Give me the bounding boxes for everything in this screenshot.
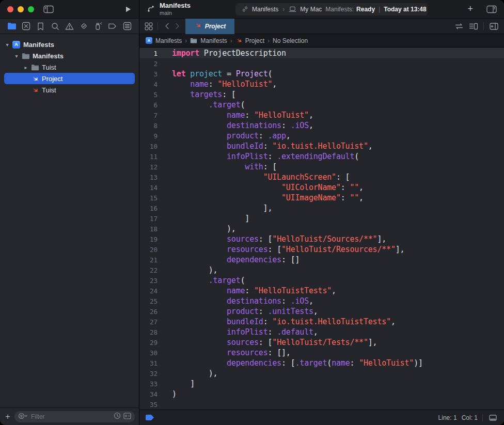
code-line-21[interactable]: 21 dependencies: [] — [139, 255, 504, 265]
line-number[interactable]: 6 — [139, 101, 163, 109]
line-number[interactable]: 26 — [139, 308, 163, 316]
line-number[interactable]: 17 — [139, 215, 163, 223]
tree-item-tuist[interactable]: ▸Tuist — [0, 61, 139, 73]
tree-item-manifests[interactable]: ▾Manifests — [0, 50, 139, 61]
line-number[interactable]: 11 — [139, 153, 163, 161]
disclosure-down-icon[interactable]: ▾ — [4, 42, 10, 48]
toggle-sidebar-icon[interactable] — [43, 5, 54, 13]
tree-item-project[interactable]: Project — [0, 73, 139, 84]
line-number[interactable]: 12 — [139, 163, 163, 171]
disclosure-down-icon[interactable]: ▾ — [13, 53, 20, 59]
line-number[interactable]: 21 — [139, 256, 163, 264]
code-line-29[interactable]: 29 sources: ["HelloTuist/Tests/**"], — [139, 337, 504, 348]
toggle-inspector-icon[interactable] — [486, 5, 497, 13]
code-line-27[interactable]: 27 bundleId: "io.tuist.HelloTuistTests", — [139, 317, 504, 327]
find-navigator-icon[interactable] — [50, 21, 60, 32]
debug-navigator-icon[interactable] — [93, 21, 103, 32]
line-number[interactable]: 4 — [139, 81, 163, 88]
line-number[interactable]: 18 — [139, 225, 163, 233]
line-number[interactable]: 23 — [139, 277, 163, 285]
code-line-14[interactable]: 14 "UIColorName": "", — [139, 182, 504, 193]
disclosure-right-icon[interactable]: ▸ — [23, 65, 29, 70]
code-line-9[interactable]: 9 product: .app, — [139, 131, 504, 141]
code-line-7[interactable]: 7 name: "HelloTuist", — [139, 110, 504, 120]
code-line-15[interactable]: 15 "UIImageName": "", — [139, 193, 504, 203]
line-number[interactable]: 10 — [139, 143, 163, 150]
filter-field[interactable] — [14, 411, 135, 422]
code-line-32[interactable]: 32 ), — [139, 368, 504, 379]
breadcrumb-item[interactable]: AManifests — [146, 37, 182, 44]
breadcrumb-item[interactable]: Manifests — [190, 37, 227, 44]
line-number[interactable]: 7 — [139, 112, 163, 119]
reports-navigator-icon[interactable] — [122, 21, 132, 32]
tests-navigator-icon[interactable] — [78, 21, 89, 32]
code-line-18[interactable]: 18 ), — [139, 224, 504, 234]
code-line-20[interactable]: 20 resources: ["HelloTuist/Resources/**"… — [139, 244, 504, 255]
zoom-window-button[interactable] — [28, 6, 34, 12]
code-line-33[interactable]: 33 ] — [139, 379, 504, 389]
source-editor[interactable]: 1import ProjectDescription23let project … — [139, 48, 504, 410]
breakpoints-navigator-icon[interactable] — [107, 21, 118, 32]
tab-project[interactable]: Project — [185, 19, 234, 34]
line-number[interactable]: 22 — [139, 266, 163, 274]
line-number[interactable]: 8 — [139, 122, 163, 130]
code-line-4[interactable]: 4 name: "HelloTuist", — [139, 79, 504, 89]
code-line-3[interactable]: 3let project = Project( — [139, 69, 504, 79]
code-line-31[interactable]: 31 dependencies: [.target(name: "HelloTu… — [139, 358, 504, 368]
line-number[interactable]: 28 — [139, 328, 163, 336]
scheme-selector[interactable]: Manifests › My Mac Manifests: Ready | To… — [235, 3, 428, 15]
line-number[interactable]: 1 — [139, 50, 163, 57]
code-line-26[interactable]: 26 product: .unitTests, — [139, 306, 504, 317]
editor-display-icon[interactable] — [487, 413, 498, 423]
related-items-icon[interactable] — [144, 21, 154, 32]
issues-navigator-icon[interactable] — [65, 21, 75, 32]
line-number[interactable]: 3 — [139, 70, 163, 78]
source-control-navigator-icon[interactable] — [21, 21, 32, 32]
code-line-6[interactable]: 6 .target( — [139, 100, 504, 110]
code-review-icon[interactable] — [454, 21, 464, 32]
code-line-1[interactable]: 1import ProjectDescription — [139, 48, 504, 58]
minimize-window-button[interactable] — [18, 6, 24, 12]
go-forward-icon[interactable] — [172, 21, 182, 32]
breadcrumb-item[interactable]: No Selection — [273, 37, 308, 44]
bookmarks-navigator-icon[interactable] — [36, 21, 46, 32]
source-control-filter-icon[interactable] — [123, 412, 131, 421]
tree-item-manifests[interactable]: ▾AManifests — [0, 39, 139, 50]
project-navigator-icon[interactable] — [7, 21, 17, 32]
filter-menu-icon[interactable] — [18, 412, 28, 421]
library-add-icon[interactable]: + — [467, 4, 473, 14]
code-line-16[interactable]: 16 ], — [139, 203, 504, 213]
go-back-icon[interactable] — [162, 21, 172, 32]
line-number[interactable]: 5 — [139, 91, 163, 99]
add-editor-icon[interactable] — [489, 21, 499, 32]
code-line-19[interactable]: 19 sources: ["HelloTuist/Sources/**"], — [139, 234, 504, 244]
line-number[interactable]: 14 — [139, 184, 163, 192]
code-line-25[interactable]: 25 destinations: .iOS, — [139, 296, 504, 306]
line-number[interactable]: 31 — [139, 359, 163, 367]
line-number[interactable]: 16 — [139, 204, 163, 212]
code-line-11[interactable]: 11 infoPlist: .extendingDefault( — [139, 151, 504, 162]
line-number[interactable]: 9 — [139, 132, 163, 140]
code-line-22[interactable]: 22 ), — [139, 265, 504, 275]
line-number[interactable]: 25 — [139, 297, 163, 305]
code-line-12[interactable]: 12 with: [ — [139, 162, 504, 172]
code-line-10[interactable]: 10 bundleId: "io.tuist.HelloTuist", — [139, 141, 504, 151]
code-line-30[interactable]: 30 resources: [], — [139, 348, 504, 358]
code-line-13[interactable]: 13 "UILaunchScreen": [ — [139, 172, 504, 182]
recent-files-filter-icon[interactable] — [114, 412, 121, 421]
run-button[interactable] — [124, 6, 132, 13]
close-window-button[interactable] — [7, 6, 13, 12]
filter-input[interactable] — [31, 413, 111, 420]
activity-status[interactable]: Manifests: Ready | Today at 13:48 — [325, 6, 426, 13]
line-number[interactable]: 30 — [139, 349, 163, 357]
code-line-35[interactable]: 35 — [139, 399, 504, 410]
line-number[interactable]: 24 — [139, 287, 163, 295]
line-number[interactable]: 33 — [139, 380, 163, 388]
line-number[interactable]: 27 — [139, 318, 163, 326]
line-number[interactable]: 34 — [139, 390, 163, 398]
code-line-8[interactable]: 8 destinations: .iOS, — [139, 120, 504, 131]
tree-item-tuist[interactable]: Tuist — [0, 84, 139, 96]
line-number[interactable]: 32 — [139, 370, 163, 377]
code-line-28[interactable]: 28 infoPlist: .default, — [139, 327, 504, 337]
minimap-icon[interactable] — [468, 21, 479, 32]
